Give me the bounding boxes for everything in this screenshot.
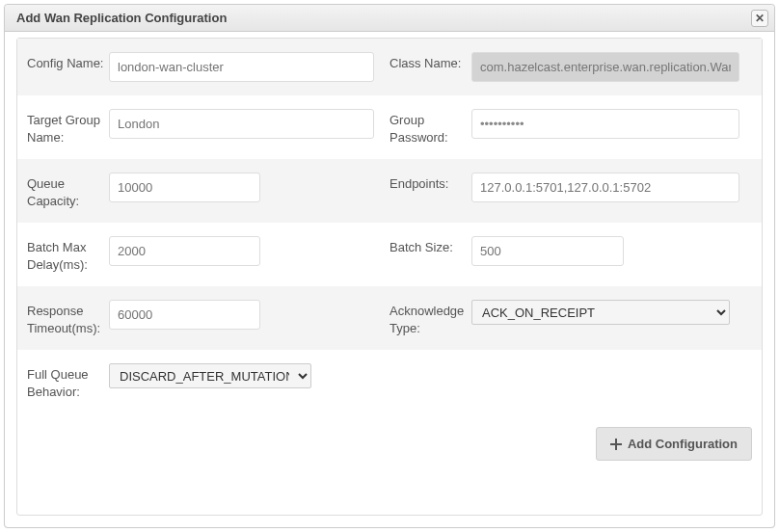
batch-max-delay-input[interactable]	[109, 236, 260, 266]
form-row: Response Timeout(ms): Acknowledge Type: …	[17, 286, 762, 350]
form-row: Batch Max Delay(ms): Batch Size:	[17, 223, 762, 286]
response-timeout-label: Response Timeout(ms):	[27, 300, 109, 336]
endpoints-input[interactable]	[471, 173, 739, 202]
form-row: Full Queue Behavior: DISCARD_AFTER_MUTAT…	[17, 350, 762, 413]
target-group-name-input[interactable]	[109, 109, 374, 139]
dialog-content: Config Name: Class Name: Target Group Na…	[16, 38, 763, 516]
close-button[interactable]: ✕	[751, 10, 768, 27]
batch-max-delay-label: Batch Max Delay(ms):	[27, 236, 109, 273]
add-configuration-button[interactable]: Add Configuration	[596, 427, 752, 461]
batch-size-input[interactable]	[471, 236, 624, 266]
full-queue-behavior-label: Full Queue Behavior:	[27, 363, 109, 400]
queue-capacity-label: Queue Capacity:	[27, 173, 109, 209]
response-timeout-input[interactable]	[109, 300, 260, 330]
class-name-label: Class Name:	[390, 52, 471, 82]
queue-capacity-input[interactable]	[109, 173, 260, 202]
group-password-input[interactable]	[471, 109, 739, 139]
endpoints-label: Endpoints:	[390, 173, 471, 202]
form-row: Config Name: Class Name:	[17, 39, 762, 95]
dialog-titlebar: Add Wan Replication Configuration ✕	[5, 5, 774, 32]
batch-size-label: Batch Size:	[390, 236, 471, 266]
dialog-footer: Add Configuration	[17, 413, 762, 480]
wan-replication-dialog: Add Wan Replication Configuration ✕ Conf…	[4, 4, 775, 528]
close-icon: ✕	[755, 13, 765, 24]
config-name-label: Config Name:	[27, 52, 109, 82]
plus-icon	[610, 439, 622, 450]
form-row: Target Group Name: Group Password:	[17, 95, 762, 159]
group-password-label: Group Password:	[390, 109, 471, 146]
config-name-input[interactable]	[109, 52, 374, 82]
target-group-name-label: Target Group Name:	[27, 109, 109, 146]
dialog-title: Add Wan Replication Configuration	[16, 11, 227, 25]
acknowledge-type-select[interactable]: ACK_ON_RECEIPT	[471, 300, 730, 325]
acknowledge-type-label: Acknowledge Type:	[390, 300, 471, 336]
form-row: Queue Capacity: Endpoints:	[17, 159, 762, 223]
full-queue-behavior-select[interactable]: DISCARD_AFTER_MUTATION	[109, 363, 311, 388]
add-configuration-label: Add Configuration	[628, 437, 738, 451]
class-name-input	[471, 52, 739, 82]
